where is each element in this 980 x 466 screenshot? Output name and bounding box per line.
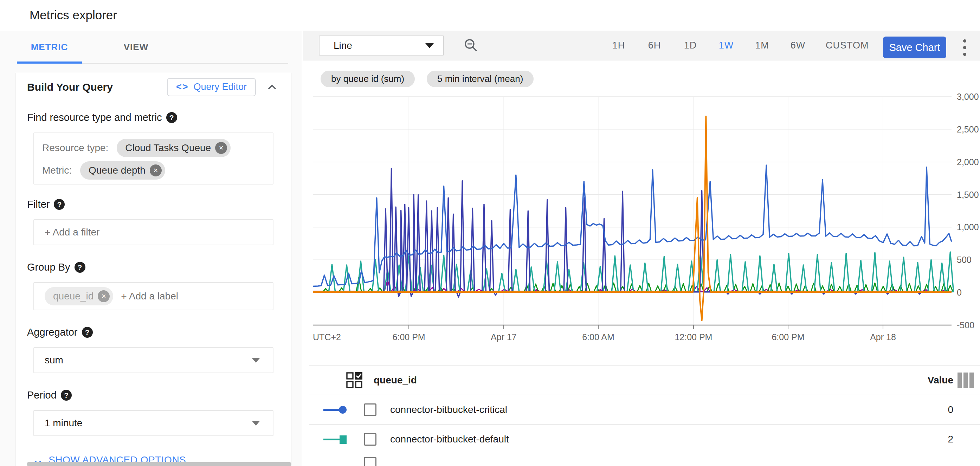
aggregation-chips: by queue id (sum) 5 min interval (mean) [321, 71, 534, 87]
top-bar: Metrics explorer [0, 0, 980, 30]
time-range-button[interactable]: 1H [611, 40, 627, 51]
x-axis-label: UTC+2 [313, 332, 341, 342]
resource-metric-box: Resource type: Cloud Tasks Queue × Metri… [33, 132, 274, 184]
aggregator-label: Aggregator ? [27, 326, 273, 338]
metric-line-chart[interactable] [313, 95, 951, 325]
save-chart-button[interactable]: Save Chart [883, 37, 946, 58]
group-by-chip[interactable]: queue_id × [45, 287, 113, 305]
remove-resource-icon[interactable]: × [215, 142, 227, 154]
search-icon[interactable] [463, 37, 479, 54]
y-axis-label: 0 [957, 288, 980, 297]
period-select[interactable]: 1 minute [33, 410, 274, 436]
x-axis-label: Apr 17 [491, 332, 517, 342]
time-range-button[interactable]: 1D [682, 40, 698, 51]
active-tab-underline [17, 62, 82, 64]
query-editor-button[interactable]: <> Query Editor [167, 78, 256, 96]
column-settings-icon[interactable] [958, 372, 974, 388]
filter-label: Filter ? [27, 199, 273, 210]
series-marker-icon [323, 406, 348, 414]
tab-metric[interactable]: METRIC [17, 30, 82, 64]
chevron-down-icon [425, 43, 434, 48]
more-options-icon[interactable] [958, 36, 972, 59]
remove-group-by-icon[interactable]: × [98, 290, 110, 302]
remove-metric-icon[interactable]: × [150, 164, 162, 177]
find-metric-label: Find resource type and metric ? [27, 112, 273, 123]
x-axis-label: Apr 18 [870, 332, 896, 342]
help-icon[interactable]: ? [61, 390, 72, 401]
series-name: connector-bitbucket-critical [390, 404, 507, 415]
build-query-card: Build Your Query <> Query Editor Find re… [15, 73, 291, 466]
build-query-title: Build Your Query [27, 81, 113, 93]
group-by-input[interactable]: queue_id × + Add a label [33, 282, 274, 310]
panel-tabs: METRIC VIEW OPTIONS [17, 30, 288, 64]
y-axis-label: 2,000 [957, 157, 980, 167]
x-axis-label: 6:00 PM [393, 332, 425, 342]
chart-panel: Line 1H6H1D1W1M6WCUSTOM Save Chart by qu… [303, 30, 980, 466]
toggle-all-series-icon[interactable] [346, 372, 363, 388]
help-icon[interactable]: ? [82, 327, 93, 338]
time-range-button[interactable]: 1M [754, 40, 770, 51]
group-by-summary-chip[interactable]: by queue id (sum) [321, 71, 415, 87]
y-axis-label: 3,000 [957, 92, 980, 102]
horizontal-scrollbar[interactable] [27, 462, 291, 466]
legend-row-partial[interactable] [309, 454, 980, 466]
code-icon: <> [176, 81, 189, 92]
series-checkbox[interactable] [364, 433, 377, 445]
y-axis-label: -500 [957, 320, 980, 330]
chart-toolbar: Line 1H6H1D1W1M6WCUSTOM Save Chart [303, 30, 980, 60]
time-range-buttons: 1H6H1D1W1M6WCUSTOM [611, 30, 869, 60]
y-axis-label: 1,000 [957, 222, 980, 232]
chevron-down-icon [252, 421, 260, 426]
legend-row[interactable]: connector-bitbucket-default 2 [309, 425, 980, 454]
period-label: Period ? [27, 390, 273, 401]
time-range-button[interactable]: 6H [646, 40, 663, 51]
query-panel: METRIC VIEW OPTIONS Build Your Query <> … [0, 30, 302, 466]
legend-row[interactable]: connector-bitbucket-critical 0 [309, 395, 980, 425]
collapse-panel-icon[interactable] [266, 81, 278, 94]
help-icon[interactable]: ? [75, 262, 86, 273]
series-name: connector-bitbucket-default [390, 434, 509, 445]
time-range-button[interactable]: 6W [790, 40, 806, 51]
aggregator-select[interactable]: sum [33, 347, 274, 373]
time-range-button[interactable]: 1W [718, 40, 734, 51]
time-range-button[interactable]: CUSTOM [826, 40, 869, 51]
tab-view-options[interactable]: VIEW OPTIONS [104, 30, 168, 64]
series-marker-icon [323, 435, 348, 444]
resource-type-label: Resource type: [42, 142, 108, 154]
page-title: Metrics explorer [30, 0, 117, 30]
series-checkbox[interactable] [364, 404, 377, 416]
legend-header-row: queue_id Value [309, 366, 980, 395]
metric-chip[interactable]: Queue depth × [80, 161, 165, 180]
chart-canvas [313, 95, 951, 330]
x-axis-label: 6:00 PM [772, 332, 804, 342]
x-axis-label: 12:00 PM [675, 332, 712, 342]
interval-summary-chip[interactable]: 5 min interval (mean) [427, 71, 534, 87]
series-checkbox[interactable] [364, 457, 377, 466]
y-axis-label: 2,500 [957, 124, 980, 135]
y-axis-label: 500 [957, 255, 980, 265]
build-query-header: Build Your Query <> Query Editor [16, 73, 291, 101]
y-axis-label: 1,500 [957, 190, 980, 200]
help-icon[interactable]: ? [54, 199, 65, 210]
help-icon[interactable]: ? [166, 112, 177, 123]
chevron-down-icon [252, 358, 260, 363]
resource-type-chip[interactable]: Cloud Tasks Queue × [117, 139, 231, 157]
chart-type-select[interactable]: Line [319, 35, 444, 56]
add-filter-input[interactable]: + Add a filter [33, 219, 274, 245]
series-value: 2 [948, 434, 953, 445]
series-legend-table: queue_id Value connector-bitbucket-criti… [309, 365, 980, 466]
x-axis-label: 6:00 AM [582, 332, 614, 342]
metric-label: Metric: [42, 165, 72, 176]
series-value: 0 [948, 404, 953, 415]
legend-value-column-header[interactable]: Value [928, 375, 953, 386]
group-by-label: Group By ? [27, 261, 273, 273]
legend-name-column-header[interactable]: queue_id [374, 375, 417, 386]
